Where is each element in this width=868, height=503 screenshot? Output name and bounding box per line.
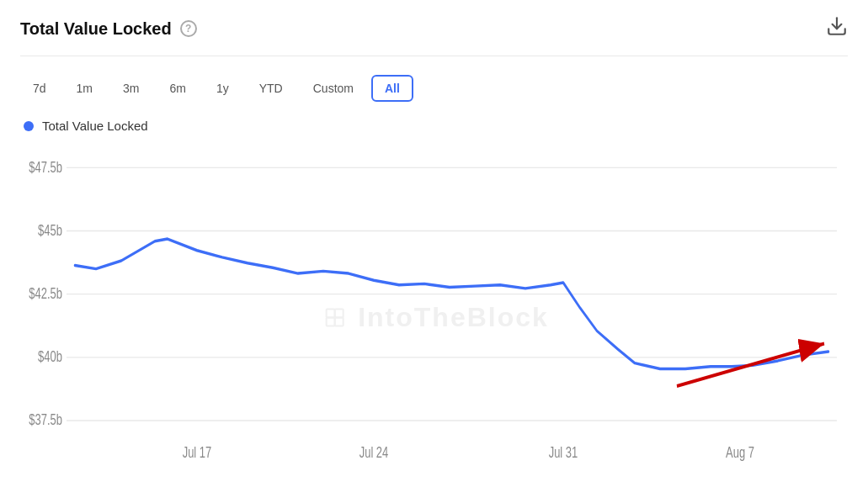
page-title: Total Value Locked bbox=[20, 19, 172, 39]
trend-arrow bbox=[677, 343, 824, 386]
download-icon[interactable] bbox=[826, 15, 848, 42]
time-filter-bar: 7d 1m 3m 6m 1y YTD Custom All bbox=[20, 75, 848, 102]
filter-7d[interactable]: 7d bbox=[20, 76, 59, 101]
chart-line bbox=[75, 239, 828, 368]
filter-ytd[interactable]: YTD bbox=[247, 76, 296, 101]
header: Total Value Locked ? bbox=[20, 15, 848, 56]
chart-svg: $47.5b $45b $42.5b $40b $37.5b Jul 17 Ju… bbox=[20, 145, 848, 490]
svg-text:$40b: $40b bbox=[38, 348, 62, 364]
legend-dot bbox=[24, 121, 34, 131]
filter-3m[interactable]: 3m bbox=[110, 76, 152, 101]
svg-text:Jul 31: Jul 31 bbox=[549, 444, 578, 460]
svg-text:Jul 24: Jul 24 bbox=[359, 444, 389, 460]
filter-6m[interactable]: 6m bbox=[157, 76, 198, 101]
chart-legend: Total Value Locked bbox=[20, 119, 848, 133]
svg-text:$42.5b: $42.5b bbox=[29, 285, 62, 301]
svg-text:Aug 7: Aug 7 bbox=[726, 444, 754, 460]
svg-text:$37.5b: $37.5b bbox=[29, 411, 62, 427]
filter-all[interactable]: All bbox=[371, 75, 413, 102]
header-left: Total Value Locked ? bbox=[20, 19, 197, 39]
filter-1y[interactable]: 1y bbox=[204, 76, 242, 101]
svg-text:$47.5b: $47.5b bbox=[29, 159, 62, 175]
help-icon[interactable]: ? bbox=[180, 20, 197, 37]
svg-text:$45b: $45b bbox=[38, 222, 62, 238]
legend-label: Total Value Locked bbox=[42, 119, 148, 133]
filter-1m[interactable]: 1m bbox=[64, 76, 105, 101]
svg-text:Jul 17: Jul 17 bbox=[183, 444, 212, 460]
filter-custom[interactable]: Custom bbox=[301, 76, 366, 101]
main-container: Total Value Locked ? 7d 1m 3m 6m 1y YTD … bbox=[0, 0, 868, 503]
chart-area: IntoTheBlock $47.5b $45b $42.5b $40b $37… bbox=[20, 145, 848, 490]
